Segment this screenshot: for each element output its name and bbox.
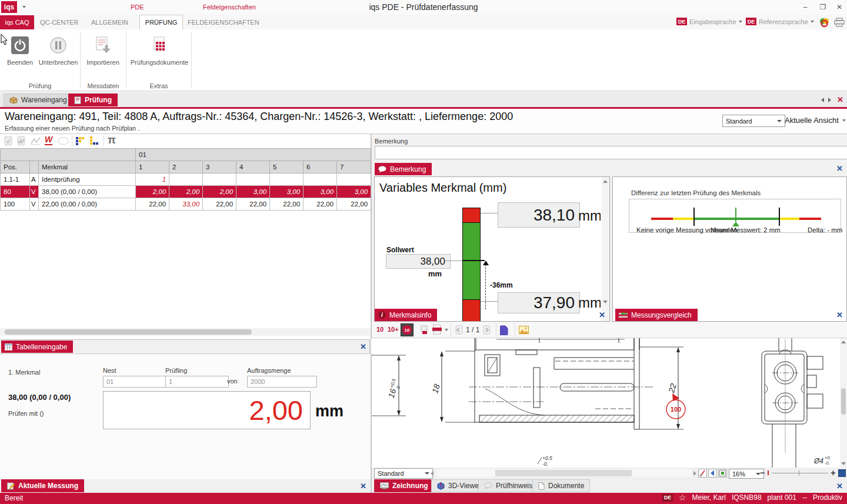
input-language[interactable]: DE Eingabesprache [676, 18, 742, 25]
chart-zigzag-icon[interactable] [31, 136, 41, 145]
pruefungsdokumente-button[interactable]: Prüfungsdokumente [128, 34, 191, 88]
fit-view-button[interactable] [718, 469, 727, 478]
favorites-star-icon[interactable]: ☆ [679, 493, 686, 502]
merkmalsinfo-close-button[interactable]: ✕ [599, 311, 605, 319]
print-icon[interactable] [834, 18, 845, 27]
doc-doublecheck-icon[interactable] [16, 136, 26, 146]
drawing-toolbar: 10 10+ 10 1 / 1 [372, 322, 847, 338]
measurement-input[interactable]: 2,00 [103, 391, 311, 429]
bemerkung-label: Bemerkung [375, 138, 408, 145]
printer-icon[interactable] [432, 325, 443, 335]
table-hscrollbar-thumb[interactable] [5, 329, 252, 335]
stamp-10-button[interactable]: 10 [376, 326, 384, 333]
status-host: IQSNB98 [732, 493, 762, 502]
status-language-badge[interactable]: DE [662, 494, 673, 502]
tab-dokumente[interactable]: Dokumente [532, 479, 590, 492]
ribbon-tab-pruefung[interactable]: PRÜFUNG [139, 15, 183, 29]
tab-wareneingang-label: Wareneingang [21, 96, 67, 104]
drawing-hscroll-right-icon[interactable] [693, 471, 696, 476]
tab-aktuelle-messung-label: Aktuelle Messung [18, 482, 78, 490]
image-icon[interactable] [519, 326, 529, 334]
messungsvergleich-badge-label: Messungsvergleich [631, 311, 692, 319]
histogram-h-icon[interactable] [76, 136, 86, 146]
view-menu[interactable]: Aktuelle Ansicht [785, 116, 846, 125]
nest-field[interactable]: 01 [103, 376, 166, 388]
aktuelle-messung-close-button[interactable]: ✕ [360, 482, 366, 490]
drawing-viewport[interactable]: 16+0.50 18 22 100 +0.5 -0. Ø4 +0. -0. [372, 338, 840, 468]
table-row[interactable]: 1.1-1 A Identprüfung 1 [1, 173, 371, 186]
printer-caret-icon[interactable] [445, 329, 448, 331]
doc-tab-close-button[interactable]: ✕ [837, 96, 843, 104]
table-row[interactable]: 100 V 22,00 (0,00 / 0,00) 22,00 33,00 22… [1, 198, 371, 211]
tab-scroll-left-icon[interactable] [821, 98, 824, 102]
stamp-10-selected-button[interactable]: 10 [401, 323, 414, 336]
ribbon-tab-iqs-caq[interactable]: iqs CAQ [0, 15, 34, 29]
stamp-10plus-button[interactable]: 10+ [388, 326, 399, 333]
bemerkung-badge[interactable]: Bemerkung [375, 163, 432, 175]
view-select[interactable]: Standard [722, 115, 785, 127]
page-prev-icon[interactable] [454, 325, 463, 335]
beenden-button[interactable]: Beenden [4, 34, 36, 88]
tab-pruefung[interactable]: Prüfung [68, 94, 118, 106]
pi-formula-icon[interactable]: π [108, 134, 116, 146]
auftragsmenge-field[interactable]: 2000 [247, 376, 317, 388]
reference-language[interactable]: DE Referenzsprache [746, 18, 814, 25]
full-extent-button[interactable] [838, 469, 846, 477]
tabelleneingabe-close-button[interactable]: ✕ [360, 343, 366, 351]
pruefling-field[interactable]: 1 [165, 376, 229, 388]
zoom-slider-tick [799, 470, 799, 476]
histogram-v-icon[interactable] [90, 136, 100, 146]
window-close-button[interactable]: ✕ [833, 2, 846, 12]
zoom-slider[interactable] [772, 473, 828, 473]
bemerkung-close-button[interactable]: ✕ [836, 165, 843, 172]
importieren-button[interactable]: Importieren [82, 34, 124, 88]
ribbon-tab-allgemein[interactable]: ALLGEMEIN [91, 19, 128, 26]
tab-pruefhinweis[interactable]: Prüfhinweis [478, 479, 538, 492]
unterbrechen-button[interactable]: Unterbrechen [38, 34, 79, 88]
tabelleneingabe-panel: 1. Merkmal Nest 01 Prüfling 1 von Auftra… [0, 354, 372, 479]
tab-scroll-right-icon[interactable] [828, 98, 831, 102]
tab-wareneingang[interactable]: Wareneingang [4, 94, 73, 106]
ribbon-tab-qc-center[interactable]: QC-CENTER [40, 19, 78, 26]
messungsvergleich-close-button[interactable]: ✕ [836, 311, 843, 319]
drawing-scroll-up-icon[interactable] [841, 341, 846, 343]
wertemaske-icon[interactable]: W [45, 135, 52, 145]
color-theme-icon[interactable] [819, 17, 830, 28]
import-icon [94, 36, 112, 54]
zoom-out-button[interactable]: − [760, 468, 765, 478]
status-message: Bereit [5, 494, 23, 502]
drawing-hscrollbar-thumb[interactable] [495, 470, 632, 476]
page-next-icon[interactable] [482, 325, 492, 335]
tab-aktuelle-messung[interactable]: Aktuelle Messung [1, 479, 84, 492]
drawing-hscroll-left-icon[interactable] [431, 471, 433, 476]
minimize-button[interactable]: – [799, 2, 812, 12]
comment-bubble-icon[interactable] [58, 137, 69, 145]
zoom-in-button[interactable]: + [831, 468, 836, 478]
scroll-up-icon[interactable] [603, 180, 608, 183]
doc-check-icon[interactable] [4, 136, 13, 146]
scroll-down-icon[interactable] [603, 301, 608, 303]
drawing-vscrollbar-thumb[interactable] [841, 388, 846, 415]
purple-document-icon[interactable] [500, 325, 509, 335]
ribbon-tab-feldeigenschaften[interactable]: FELDEIGENSCHAFTEN [188, 19, 259, 26]
stamp-print-icon[interactable] [420, 325, 429, 335]
tab-zeichnung[interactable]: Zeichnung [374, 479, 434, 492]
tolerance-bar-green [463, 223, 480, 300]
drawing-scroll-down-icon[interactable] [841, 462, 846, 465]
drawing-panel-close-button[interactable]: ✕ [836, 482, 843, 490]
table-row-selected[interactable]: 80 V 38,00 (0,00 / 0,00) 2,00 2,00 2,00 … [1, 186, 371, 198]
merkmalsinfo-badge-label: Merkmalsinfo [389, 311, 431, 319]
merkmalsinfo-badge[interactable]: i Merkmalsinfo [375, 309, 437, 321]
status-separator: -- [802, 493, 807, 502]
sollwert-box: 38,00 [386, 254, 451, 269]
zoom-select[interactable]: 16% [729, 469, 764, 479]
tabelleneingabe-badge[interactable]: Tabelleneingabe [1, 341, 73, 353]
redline-pen-button[interactable] [698, 469, 707, 478]
info-icon: i [378, 311, 386, 319]
back-view-button[interactable] [708, 469, 717, 478]
messungsvergleich-badge[interactable]: Messungsvergleich [615, 309, 698, 321]
merkmalsinfo-vscrollbar[interactable] [602, 177, 609, 321]
bemerkung-input[interactable] [375, 146, 847, 159]
drawing-view-select[interactable]: Standard [374, 468, 433, 479]
restore-button[interactable]: ❐ [816, 2, 829, 12]
